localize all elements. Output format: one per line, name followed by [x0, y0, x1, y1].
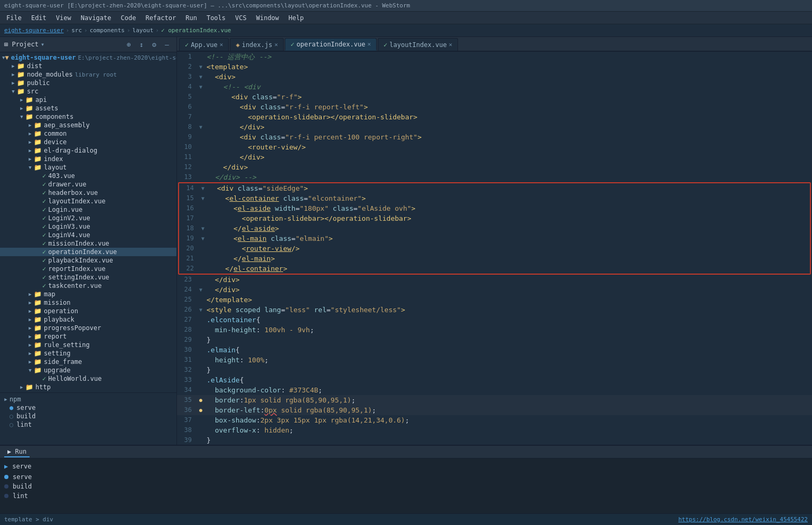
tab-operationindex-close[interactable]: ✕: [367, 41, 371, 48]
tree-item-login[interactable]: ✓ Login.vue: [0, 205, 176, 214]
bottom-tab-run[interactable]: ▶ Run: [4, 447, 30, 457]
tree-arrow-progress: ▶: [26, 325, 34, 331]
tree-item-dist[interactable]: ▶ 📁 dist: [0, 62, 176, 70]
tree-item-common[interactable]: ▶ 📁 common: [0, 129, 176, 138]
breadcrumb-src[interactable]: src: [71, 27, 82, 34]
sidebar-sort-btn[interactable]: ↕: [136, 39, 147, 50]
tree-taskcenter-label: taskcenter.vue: [48, 282, 101, 289]
npm-item-serve[interactable]: ● serve: [0, 404, 176, 412]
code-line-14: 14 ▼ <div class="sideEdge">: [179, 183, 810, 193]
sidebar-sync-btn[interactable]: ⊕: [124, 39, 134, 50]
line-fold-19[interactable]: ▼: [199, 233, 207, 243]
tree-item-loginv4[interactable]: ✓ LoginV4.vue: [0, 231, 176, 239]
menu-tools[interactable]: Tools: [202, 13, 230, 23]
project-dropdown[interactable]: ▾: [41, 41, 44, 48]
menu-window[interactable]: Window: [252, 13, 283, 23]
tree-item-upgrade[interactable]: ▼ 📁 upgrade: [0, 366, 176, 374]
tree-item-components[interactable]: ▼ 📁 components: [0, 112, 176, 121]
tree-item-node-modules[interactable]: ▶ 📁 node_modules library root: [0, 70, 176, 79]
breadcrumb-file[interactable]: ✓ operationIndex.vue: [161, 27, 231, 34]
project-title: ⊞ Project ▾: [4, 41, 44, 48]
tree-item-aep[interactable]: ▶ 📁 aep_assembly: [0, 121, 176, 129]
tree-item-index-folder[interactable]: ▶ 📁 index: [0, 155, 176, 163]
menu-code[interactable]: Code: [117, 13, 141, 23]
line-fold-8[interactable]: ▼: [197, 122, 204, 132]
tree-item-operation[interactable]: ▶ 📁 operation: [0, 307, 176, 315]
tree-item-device[interactable]: ▶ 📁 device: [0, 138, 176, 146]
line-fold-35[interactable]: ●: [197, 395, 204, 405]
tree-item-headerbox[interactable]: ✓ headerbox.vue: [0, 189, 176, 197]
npm-header[interactable]: ▶ npm: [0, 395, 176, 404]
tab-layoutindex-close[interactable]: ✕: [449, 41, 453, 48]
tree-item-api[interactable]: ▶ 📁 api: [0, 96, 176, 104]
tree-item-side-frame[interactable]: ▶ 📁 side_frame: [0, 358, 176, 366]
breadcrumb-layout[interactable]: layout: [133, 27, 154, 34]
tree-item-missionindex[interactable]: ✓ missionIndex.vue: [0, 239, 176, 248]
code-line-26: 26 ▼ <style scoped lang="less" rel="styl…: [177, 305, 812, 315]
tree-item-mission[interactable]: ▶ 📁 mission: [0, 298, 176, 307]
line-fold-14[interactable]: ▼: [199, 183, 207, 193]
tab-indexjs-close[interactable]: ✕: [274, 41, 278, 48]
menu-edit[interactable]: Edit: [27, 13, 51, 23]
menu-vcs[interactable]: VCS: [231, 13, 251, 23]
tree-item-reportindex[interactable]: ✓ reportIndex.vue: [0, 265, 176, 273]
sidebar-collapse-btn[interactable]: —: [162, 39, 172, 50]
tree-item-progress[interactable]: ▶ 📁 progressPopover: [0, 324, 176, 332]
line-fold-2[interactable]: ▼: [197, 62, 204, 72]
line-fold-18[interactable]: ▼: [199, 223, 207, 233]
menu-navigate[interactable]: Navigate: [77, 13, 116, 23]
menu-help[interactable]: Help: [284, 13, 308, 23]
tree-item-helloworld[interactable]: ✓ HelloWorld.vue: [0, 374, 176, 383]
npm-item-build[interactable]: ○ build: [0, 412, 176, 420]
tree-root[interactable]: ▼ ▼ eight-square-user E:\project-zhen-20…: [0, 53, 176, 62]
npm-item-lint[interactable]: ○ lint: [0, 420, 176, 429]
run-item-serve[interactable]: serve: [4, 472, 808, 482]
tree-item-http[interactable]: ▶ 📁 http: [0, 383, 176, 391]
code-editor[interactable]: 1 <!-- 运营中心 --> 2 ▼ <template> 3 ▼ <div>…: [177, 52, 812, 445]
tree-item-setting[interactable]: ▶ 📁 setting: [0, 349, 176, 358]
tree-item-drag[interactable]: ▶ 📁 el-drag-dialog: [0, 146, 176, 155]
breadcrumb-components[interactable]: components: [90, 27, 125, 34]
line-fold-15[interactable]: ▼: [199, 193, 207, 203]
tree-item-map[interactable]: ▶ 📁 map: [0, 290, 176, 298]
tab-operationindex[interactable]: ✓ operationIndex.vue ✕: [285, 38, 377, 51]
menu-refactor[interactable]: Refactor: [141, 13, 180, 23]
tree-vue-layoutindex-icon: ✓: [42, 198, 46, 205]
breadcrumb-sep3: ›: [127, 27, 130, 34]
tree-item-playback[interactable]: ▶ 📁 playback: [0, 315, 176, 324]
tab-appvue[interactable]: ✓ App.vue ✕: [179, 38, 229, 51]
tree-item-loginv3[interactable]: ✓ LoginV3.vue: [0, 222, 176, 231]
tab-indexjs[interactable]: ◈ index.js ✕: [230, 38, 284, 51]
line-content-13: </div> -->: [204, 172, 812, 182]
line-num-3: 3: [177, 72, 197, 82]
run-item-lint[interactable]: lint: [4, 491, 808, 501]
tree-item-public[interactable]: ▶ 📁 public: [0, 79, 176, 87]
tree-item-403[interactable]: ✓ 403.vue: [0, 172, 176, 180]
tree-item-loginv2[interactable]: ✓ LoginV2.vue: [0, 214, 176, 222]
breadcrumb-root[interactable]: eight-square-user: [4, 27, 64, 34]
tab-layoutindex[interactable]: ✓ layoutIndex.vue ✕: [378, 38, 458, 51]
tree-item-src[interactable]: ▼ 📁 src: [0, 87, 176, 96]
tree-item-rule-setting[interactable]: ▶ 📁 rule_setting: [0, 341, 176, 349]
tree-layoutindex-label: layoutIndex.vue: [48, 198, 105, 205]
tree-item-layoutindex[interactable]: ✓ layoutIndex.vue: [0, 197, 176, 205]
tree-item-drawer[interactable]: ✓ drawer.vue: [0, 180, 176, 189]
tree-item-report[interactable]: ▶ 📁 report: [0, 332, 176, 341]
run-item-build[interactable]: build: [4, 482, 808, 491]
line-fold-4[interactable]: ▼: [197, 82, 204, 92]
menu-file[interactable]: File: [2, 13, 26, 23]
tree-item-operationindex[interactable]: ✓ operationIndex.vue: [0, 248, 176, 256]
tab-appvue-close[interactable]: ✕: [220, 41, 223, 48]
line-fold-36[interactable]: ●: [197, 405, 204, 415]
tree-item-layout[interactable]: ▼ 📁 layout: [0, 163, 176, 172]
tree-item-playbackindex[interactable]: ✓ playbackIndex.vue: [0, 256, 176, 265]
menu-run[interactable]: Run: [181, 13, 201, 23]
line-fold-26[interactable]: ▼: [197, 305, 204, 315]
tree-item-assets[interactable]: ▶ 📁 assets: [0, 104, 176, 112]
line-fold-3[interactable]: ▼: [197, 72, 204, 82]
sidebar-settings-btn[interactable]: ⚙: [149, 39, 160, 50]
tree-item-taskcenter[interactable]: ✓ taskcenter.vue: [0, 282, 176, 290]
tree-item-settingindex[interactable]: ✓ settingIndex.vue: [0, 273, 176, 282]
line-fold-24[interactable]: ▼: [197, 285, 204, 295]
menu-view[interactable]: View: [52, 13, 76, 23]
